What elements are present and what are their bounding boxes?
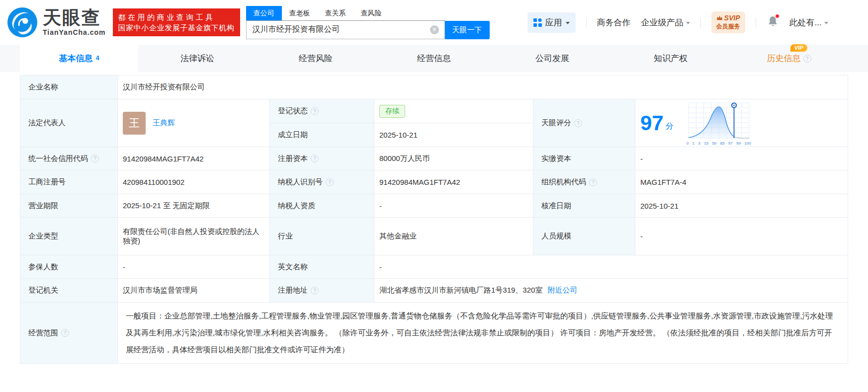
label-organization-code: 组织机构代码 [533,170,635,194]
slogan-line1: 都在用的商业查询工具 [118,12,235,22]
svip-membership-badge[interactable]: SVIP 会员服务 [711,11,745,33]
search-input[interactable] [247,25,430,34]
help-icon[interactable] [61,329,69,337]
label-company-type: 企业类型 [20,218,118,255]
search-tab-relation[interactable]: 查关系 [318,6,353,20]
nav-biz-coop[interactable]: 商务合作 [597,17,631,28]
label-text: 组织机构代码 [541,177,586,187]
label-text: 天眼评分 [541,118,571,128]
value-insured-count: - [118,255,270,279]
tick: 0 [687,141,689,146]
nearby-companies-link[interactable]: 附近公司 [547,286,577,295]
apps-menu[interactable]: 应用 [527,12,576,33]
apps-label: 应用 [545,17,562,28]
label-registered-address: 注册地址 [270,279,374,303]
value-paid-in-capital: - [635,147,848,170]
value-credit-code: 91420984MAG1FT7A42 [118,147,270,170]
svip-sublabel: 会员服务 [716,22,740,31]
tick: 3 [698,141,700,146]
help-icon[interactable] [91,155,99,162]
search-button[interactable]: 天眼一下 [445,21,490,39]
label-industry: 行业 [270,218,374,255]
search-tab-risk[interactable]: 查风险 [353,6,389,20]
value-approval-date: 2025-10-21 [635,194,848,218]
clear-search-icon[interactable] [430,25,439,34]
header: 天眼查 TianYanCha.com 都在用的商业查询工具 国家中小企业发展子基… [0,0,868,45]
vip-badge: VIP [790,44,807,52]
value-registration-status: 存续 [374,99,533,123]
label-business-term: 营业期限 [20,194,118,218]
divider [700,17,701,27]
nav-enterprise-products[interactable]: 企业级产品 [641,17,690,28]
tab-operation-info[interactable]: 经营信息 [375,45,493,72]
tab-intellectual-property[interactable]: 知识产权 [611,45,730,72]
label-approval-date: 核准日期 [533,194,635,218]
help-icon[interactable] [311,155,319,162]
label-taxpayer-id: 纳税人识别号 [270,170,374,194]
avatar[interactable]: 王 [123,112,146,135]
tick: 1 [693,141,694,146]
score-unit: 分 [666,121,674,132]
tab-basic-info[interactable]: 基本信息 4 [20,45,138,72]
tab-company-development[interactable]: 公司发展 [493,45,611,72]
tick: 50 [712,141,716,146]
tianyancha-logo-icon [7,7,38,38]
search-tab-boss[interactable]: 查老板 [282,6,318,20]
value-registered-capital: 80000万人民币 [374,147,533,170]
tab-label: 历史信息 [767,53,801,64]
label-legal-representative: 法定代表人 [20,99,118,147]
legal-representative-link[interactable]: 王典辉 [153,118,175,128]
value-english-name: - [374,255,848,279]
value-establishment-date: 2025-10-21 [374,123,533,147]
tab-operation-risk[interactable]: 经营风险 [257,45,375,72]
tab-label: 基本信息 [59,53,92,64]
enterprise-products-label: 企业级产品 [641,17,684,28]
divider [586,17,587,27]
label-text: 统一社会信用代码 [28,154,88,163]
label-text: 注册资本 [278,154,308,163]
value-industry: 其他金融业 [374,218,533,255]
score-distribution-chart[interactable]: 0 1 3 15 50 85 97 99 100 [687,101,751,146]
label-credit-code: 统一社会信用代码 [20,147,118,170]
search-tab-company[interactable]: 查公司 [246,6,282,20]
crown-icon [716,15,723,21]
tick: 15 [704,141,708,146]
slogan-banner: 都在用的商业查询工具 国家中小企业发展子基金旗下机构 [113,8,240,36]
value-registered-address: 湖北省孝感市汉川市新河镇电厂路1号319、320室 附近公司 [374,279,848,303]
tab-legal-proceedings[interactable]: 法律诉讼 [138,45,257,72]
help-icon[interactable] [574,119,582,127]
logo-domain: TianYanCha.com [43,28,106,36]
label-text: 纳税人识别号 [278,177,323,187]
help-icon[interactable] [311,107,319,115]
tick: 97 [728,141,733,146]
label-insured-count: 参保人数 [20,255,118,279]
tab-history-info[interactable]: VIP 历史信息 [730,45,848,72]
help-icon[interactable] [326,178,334,186]
label-registration-status: 登记状态 [270,99,374,123]
logo[interactable]: 天眼查 TianYanCha.com [7,7,106,38]
tick: 85 [720,141,725,146]
value-legal-representative: 王 王典辉 [118,99,270,147]
user-menu[interactable]: 此处有... [789,17,828,28]
chevron-down-icon [824,22,828,24]
label-establishment-date: 成立日期 [270,123,374,147]
help-icon[interactable] [589,178,597,186]
label-registration-authority: 登记机关 [20,279,118,303]
value-taxpayer-qualification: - [374,194,533,218]
user-name: 此处有... [789,17,822,28]
search-area: 查公司 查老板 查关系 查风险 天眼一下 [246,6,490,39]
help-icon[interactable] [311,287,319,295]
value-business-term: 2025-10-21 至 无固定期限 [118,194,270,218]
notifications-button[interactable] [768,15,778,29]
value-company-name: 汉川市经开投资有限公司 [118,76,848,99]
address-text: 湖北省孝感市汉川市新河镇电厂路1号319、320室 [379,286,542,295]
chevron-down-icon [566,22,570,24]
status-badge: 存续 [379,105,405,118]
basic-info-table: 企业名称 汉川市经开投资有限公司 法定代表人 王 王典辉 登记状态 存续 成立日… [20,75,848,364]
svip-label: SVIP [724,14,740,22]
label-text: 登记状态 [278,106,308,116]
score-value: 97 [640,113,664,134]
label-paid-in-capital: 实缴资本 [533,147,635,170]
help-icon[interactable] [803,55,811,63]
header-nav: 应用 商务合作 企业级产品 SVIP 会员服务 [527,11,828,33]
